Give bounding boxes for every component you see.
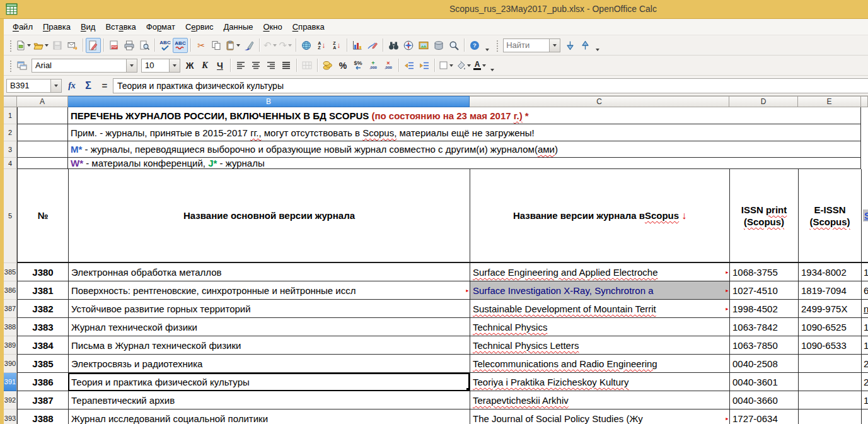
row-header[interactable]: 3 [4,141,17,158]
cell-issn-print[interactable]: 1727-0634 [729,409,798,424]
cell-journal-name-scopus[interactable]: Terapevticheskii Arkhiv [470,391,729,409]
extra-header-link[interactable]: S [863,209,868,221]
borders-button[interactable] [437,58,454,73]
cell-journal-name-scopus[interactable]: Technical Physics [470,318,729,336]
cell-eissn[interactable]: 1819-7094 [798,281,861,300]
font-color-button[interactable]: A [472,58,487,73]
cell-journal-name-scopus[interactable]: Telecommunications and Radio Engineering [470,355,729,373]
merge-cells-button[interactable] [299,58,315,73]
cell-f[interactable] [861,124,868,141]
cell-journal-code[interactable]: J385 [17,355,68,373]
cell-a[interactable] [17,124,68,141]
row-header[interactable]: 392 [4,391,17,409]
cell-journal-code[interactable]: J382 [17,300,68,318]
cell-eissn[interactable] [798,373,861,391]
align-center-button[interactable] [248,58,263,73]
cell-issn-print[interactable]: 1998-4502 [729,300,798,318]
cell-issn-print[interactable]: 1063-7850 [729,336,798,355]
cell-journal-name-scopus[interactable]: Surface Engineering and Applied Electroc… [470,263,729,281]
column-header-e[interactable]: E [798,96,861,107]
cell-a[interactable] [17,141,68,158]
font-name-combo[interactable]: Arial [32,59,137,73]
cell-journal-code[interactable]: J386 [17,373,68,391]
align-left-button[interactable] [233,58,248,73]
cell-extra[interactable]: 1 [861,263,868,281]
row-header[interactable]: 386 [4,281,17,300]
font-name-dropdown[interactable] [126,59,137,72]
decrease-indent-button[interactable] [402,58,417,73]
sort-descending-button[interactable]: ZA↓ [329,38,344,53]
note-cell[interactable]: М* - журналы, переводящиеся выборочно и … [68,141,861,158]
navigator-button[interactable] [401,38,416,53]
find-previous-button[interactable] [577,38,593,53]
column-header-c[interactable]: C [470,96,729,107]
function-wizard-button[interactable]: fx [64,78,80,93]
formula-input[interactable] [113,78,868,93]
underline-button[interactable]: Ч [212,58,228,73]
cell-f[interactable] [861,107,868,124]
cell-journal-name-scopus[interactable]: Teoriya i Praktika Fizicheskoy Kultury [470,373,729,391]
name-box[interactable]: B391 [6,79,62,93]
cell-eissn[interactable] [798,391,861,409]
find-next-button[interactable] [562,38,577,53]
cell-journal-code[interactable]: J383 [17,318,68,336]
edit-mode-toggle[interactable] [86,38,101,53]
redo-button[interactable]: ↷ [278,38,294,53]
cell-issn-print[interactable]: 0040-3601 [729,373,798,391]
cell-journal-code[interactable]: J388 [17,409,68,424]
new-document-button[interactable] [14,38,32,53]
font-size-dropdown[interactable] [169,59,180,72]
export-pdf-button[interactable]: PDF [107,38,122,53]
copy-button[interactable] [209,38,224,53]
align-right-button[interactable] [263,58,279,73]
cell-journal-name-scopus[interactable]: Technical Physics Letters [470,336,729,355]
insert-chart-button[interactable] [350,38,365,53]
cell-extra[interactable]: 2 [861,373,868,391]
row-header[interactable]: 4 [4,158,17,169]
increase-indent-button[interactable] [417,58,432,73]
cell-extra[interactable]: 1 [861,391,868,409]
print-button[interactable] [122,38,137,53]
cell-eissn[interactable] [798,355,861,373]
cell-f[interactable] [861,158,868,169]
cell-journal-code[interactable]: J387 [17,391,68,409]
italic-button[interactable]: К [197,58,212,73]
draw-functions-button[interactable] [365,38,380,53]
cell-eissn[interactable]: 1090-6533 [798,336,861,355]
menu-item-Сервис[interactable]: Сервис [180,20,219,33]
menu-item-Вставка[interactable]: Вставка [100,20,141,33]
cell-journal-code[interactable]: J380 [17,263,68,281]
cell-journal-code[interactable]: J381 [17,281,68,300]
undo-button[interactable]: ↶ [262,38,278,53]
cell-journal-code[interactable]: J384 [17,336,68,355]
toolbar-overflow-button[interactable] [482,38,490,53]
menu-item-Окно[interactable]: Окно [258,20,287,33]
row-header[interactable]: 393 [4,409,17,424]
cell-a[interactable] [17,158,68,169]
cell-eissn[interactable] [798,409,861,424]
cell-a[interactable] [17,107,68,124]
cell-issn-print[interactable]: 1027-4510 [729,281,798,300]
row-header[interactable]: 388 [4,318,17,336]
header-cell-name-scopus[interactable]: Название версии журнала в Scopus↓ [470,169,729,263]
select-all-corner[interactable] [4,96,17,107]
menu-item-Файл[interactable]: Файл [8,20,38,33]
cell-extra[interactable]: n [861,300,868,318]
cell-journal-name-ru[interactable]: Журнал исследований социальной политики [68,409,470,424]
auto-spellcheck-toggle[interactable]: ABC [173,38,188,53]
cell-journal-name-ru[interactable]: Электронная обработка металлов [68,263,470,281]
find-toolbar-grip[interactable] [495,39,499,52]
cell-f[interactable] [861,141,868,158]
menu-item-Данные[interactable]: Данные [218,20,258,33]
note-cell[interactable]: W* - материалы конференций, J* - журналы [68,158,861,169]
note-cell[interactable]: Прим. - журналы, принятые в 2015-2017 гг… [68,124,861,141]
sort-ascending-button[interactable]: AZ↓ [314,38,329,53]
data-sources-button[interactable] [431,38,446,53]
email-button[interactable] [65,38,80,53]
menu-item-Вид[interactable]: Вид [76,20,101,33]
find-input[interactable] [504,39,549,52]
sum-button[interactable]: Σ [80,78,96,93]
cell-journal-name-ru[interactable]: Поверхность: рентгеновские, синхротронны… [68,281,470,300]
cell-journal-name-ru[interactable]: Электросвязь и радиотехника [68,355,470,373]
open-button[interactable] [32,38,50,53]
